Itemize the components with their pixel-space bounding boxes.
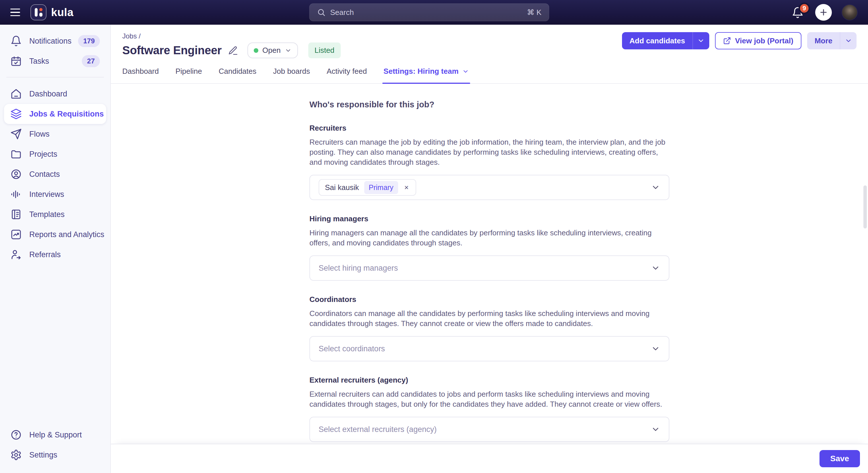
send-icon [10,128,22,140]
plus-icon [819,8,828,17]
external-recruiters-section: External recruiters (agency) External re… [309,376,670,442]
recruiters-select[interactable]: Sai kausik Primary × [309,175,670,200]
sidebar-item-jobs-requisitions[interactable]: Jobs & Requisitions [4,104,106,124]
external-recruiters-description: External recruiters can add candidates t… [309,389,670,409]
add-candidates-button[interactable]: Add candidates [622,32,709,50]
section-heading: Who's responsible for this job? [309,100,670,109]
notification-count-badge: 9 [799,3,810,14]
global-search-input[interactable]: Search ⌘ K [309,3,549,21]
coordinators-description: Coordinators can manage all the candidat… [309,309,670,328]
external-recruiters-label: External recruiters (agency) [309,376,670,385]
sidebar-item-label: Contacts [29,170,100,179]
tab-settings-hiring-team[interactable]: Settings: Hiring team [383,67,469,83]
folder-icon [10,148,22,160]
sidebar-item-label: Notifications [29,37,78,45]
more-dropdown[interactable] [840,32,857,50]
tab-candidates[interactable]: Candidates [219,67,257,83]
topbar: kula Search ⌘ K 9 [0,0,868,25]
hiring-managers-description: Hiring managers can manage all the candi… [309,228,670,248]
sidebar-item-referrals[interactable]: Referrals [4,245,106,264]
scrollbar-thumb[interactable] [863,185,867,228]
edit-pencil-icon[interactable] [228,45,238,56]
sidebar-item-label: Jobs & Requisitions [29,109,104,119]
tab-activity-feed[interactable]: Activity feed [327,67,367,83]
search-placeholder: Search [330,8,527,17]
sidebar-item-interviews[interactable]: Interviews [4,184,106,204]
external-recruiters-placeholder: Select external recruiters (agency) [319,425,651,434]
sidebar-item-label: Projects [29,150,100,159]
sidebar-item-label: Referrals [29,250,100,259]
job-tabs: Dashboard Pipeline Candidates Job boards… [111,67,868,84]
chart-trend-icon [10,229,22,240]
hamburger-menu-icon[interactable] [10,6,23,19]
sidebar-item-templates[interactable]: Templates [4,204,106,224]
search-icon [317,8,326,17]
save-button[interactable]: Save [819,450,860,467]
sidebar-item-notifications[interactable]: Notifications 179 [4,31,106,51]
chevron-down-icon [651,425,660,434]
sidebar-item-reports-analytics[interactable]: Reports and Analytics [4,224,106,245]
status-label: Open [262,46,281,55]
search-shortcut: ⌘ K [527,8,541,17]
tab-job-boards[interactable]: Job boards [273,67,310,83]
audio-waveform-icon [10,189,22,200]
recruiters-section: Recruiters Recruiters can manage the job… [309,124,670,200]
sidebar-item-tasks[interactable]: Tasks 27 [4,51,106,71]
hiring-managers-select[interactable]: Select hiring managers [309,255,670,281]
chevron-down-icon [462,68,469,75]
hiring-managers-label: Hiring managers [309,214,670,223]
more-button[interactable]: More [807,32,857,50]
view-job-label: View job (Portal) [735,36,794,45]
sidebar-item-label: Templates [29,210,100,219]
listed-badge: Listed [308,42,341,58]
sidebar-item-settings[interactable]: Settings [4,445,106,465]
tab-pipeline[interactable]: Pipeline [175,67,202,83]
footer-bar: Save [111,444,868,473]
recruiters-description: Recruiters can manage the job by editing… [309,137,670,167]
remove-recruiter-icon[interactable]: × [403,183,410,192]
coordinators-select[interactable]: Select coordinators [309,336,670,361]
coordinators-section: Coordinators Coordinators can manage all… [309,295,670,361]
sidebar: Notifications 179 Tasks 27 Dashboard Job… [0,25,111,473]
sidebar-item-projects[interactable]: Projects [4,144,106,164]
coordinators-placeholder: Select coordinators [319,344,651,353]
brand-name: kula [51,6,73,19]
page-title: Software Engineer [122,44,222,57]
user-circle-icon [10,168,22,180]
sidebar-item-dashboard[interactable]: Dashboard [4,84,106,104]
notifications-bell-button[interactable]: 9 [792,5,805,19]
sidebar-item-help-support[interactable]: Help & Support [4,425,106,445]
sidebar-item-flows[interactable]: Flows [4,124,106,144]
chevron-down-icon [697,37,705,44]
recruiter-name: Sai kausik [325,183,359,192]
gear-icon [10,449,22,461]
add-candidates-dropdown[interactable] [693,32,709,50]
breadcrumb[interactable]: Jobs / [122,32,341,40]
sidebar-item-contacts[interactable]: Contacts [4,164,106,184]
sidebar-item-label: Settings [29,451,100,460]
recruiter-chip: Sai kausik Primary × [319,179,416,196]
user-arrow-icon [10,249,22,260]
brand[interactable]: kula [30,4,73,20]
sidebar-item-label: Reports and Analytics [29,230,104,239]
tab-dashboard[interactable]: Dashboard [122,67,159,83]
external-recruiters-select[interactable]: Select external recruiters (agency) [309,417,670,442]
job-status-dropdown[interactable]: Open [247,42,298,58]
bell-icon [10,35,22,47]
sidebar-item-label: Interviews [29,190,100,199]
layers-icon [10,108,22,120]
chevron-down-icon [285,47,291,54]
hiring-managers-section: Hiring managers Hiring managers can mana… [309,214,670,281]
sidebar-item-label: Help & Support [29,431,100,439]
calendar-check-icon [10,55,22,67]
hiring-managers-placeholder: Select hiring managers [319,264,651,273]
primary-tag: Primary [364,181,398,194]
chevron-down-icon [651,344,660,353]
external-link-icon [723,37,731,45]
chevron-down-icon [845,37,852,44]
user-avatar[interactable] [842,4,858,20]
quick-add-button[interactable] [815,4,832,21]
view-job-portal-button[interactable]: View job (Portal) [715,32,801,50]
settings-hiring-team-panel: Who's responsible for this job? Recruite… [111,84,868,444]
chevron-down-icon [651,263,660,273]
